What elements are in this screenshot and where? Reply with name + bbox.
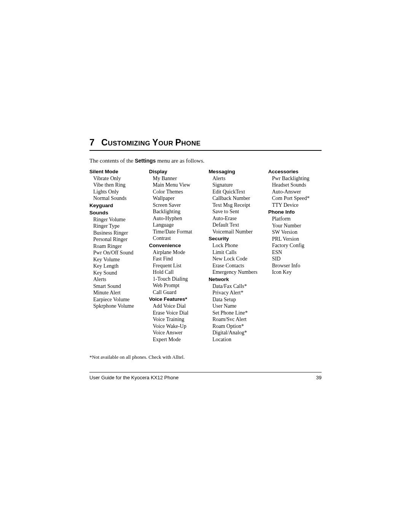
setting-item: PRL Version (268, 236, 322, 243)
settings-columns: Silent ModeVibrate OnlyVibe then RingLig… (89, 168, 322, 343)
setting-item: Privacy Alert* (209, 289, 262, 296)
setting-item: Roam Ringer (89, 243, 143, 250)
setting-item: Roam Option* (209, 323, 262, 330)
setting-item: Airplane Mode (149, 249, 202, 256)
setting-item: Vibe then Ring (89, 182, 143, 189)
setting-item: Business Ringer (89, 230, 143, 236)
setting-item: Main Menu View (149, 182, 202, 189)
setting-item: Voice Training (149, 316, 202, 323)
setting-item: Auto-Hyphen (149, 215, 202, 222)
setting-item: Fast Find (149, 256, 202, 262)
setting-item: Vibrate Only (89, 175, 143, 182)
setting-item: Web Prompt (149, 282, 202, 289)
chapter-number: 7 (89, 137, 94, 148)
section-heading: Convenience (149, 243, 202, 249)
chapter-heading: 7 CUSTOMIZING YOUR PHONE (89, 137, 322, 151)
section-heading: Display (149, 169, 202, 175)
setting-item: Callback Number (209, 195, 262, 202)
setting-item: Roam/Svc Alert (209, 316, 262, 323)
section-heading: Phone Info (268, 209, 322, 216)
setting-item: 1-Touch Dialing (149, 276, 202, 283)
setting-item: Key Length (89, 263, 143, 270)
setting-item: Lights Only (89, 189, 143, 195)
settings-column: Silent ModeVibrate OnlyVibe then RingLig… (89, 168, 143, 343)
section-heading: Sounds (89, 210, 143, 216)
setting-item: Ringer Type (89, 223, 143, 230)
section-heading: Network (209, 276, 262, 283)
section-heading: Voice Features* (149, 296, 202, 303)
setting-item: Pwr Backlighting (268, 175, 322, 182)
setting-item: Wallpaper (149, 195, 202, 202)
setting-item: Alerts (89, 276, 143, 283)
setting-item: My Banner (149, 175, 202, 182)
setting-item: Normal Sounds (89, 195, 143, 202)
setting-item: Smart Sound (89, 283, 143, 290)
chapter-title: CUSTOMIZING YOUR PHONE (101, 137, 201, 148)
setting-item: Voicemail Number (209, 228, 262, 235)
setting-item: Headset Sounds (268, 182, 322, 189)
setting-item: Voice Answer (149, 329, 202, 336)
setting-item: Screen Saver (149, 202, 202, 209)
setting-item: Earpiece Volume (89, 296, 143, 303)
setting-item: Emergency Numbers (209, 269, 262, 276)
setting-item: Expert Mode (149, 336, 202, 343)
setting-item: ESN (268, 249, 322, 256)
setting-item: Hold Call (149, 269, 202, 276)
settings-column: MessagingAlertsSignatureEdit QuickTextCa… (209, 168, 262, 343)
setting-item: Digital/Analog* (209, 329, 262, 336)
setting-item: Frequent List (149, 262, 202, 269)
settings-column: AccessoriesPwr BacklightingHeadset Sound… (268, 168, 322, 343)
setting-item: Key Volume (89, 256, 143, 263)
setting-item: Default Text (209, 222, 262, 228)
setting-item: Call Guard (149, 289, 202, 296)
setting-item: Icon Key (268, 269, 322, 276)
setting-item: Set Phone Line* (209, 310, 262, 316)
setting-item: Pwr On/Off Sound (89, 249, 143, 256)
section-heading: Keyguard (89, 203, 143, 209)
setting-item: TTY Device (268, 202, 322, 209)
setting-item: Time/Date Format (149, 228, 202, 235)
setting-item: Backlighting (149, 208, 202, 215)
section-heading: Messaging (209, 169, 262, 175)
setting-item: Erase Voice Dial (149, 310, 202, 316)
setting-item: Ringer Volume (89, 216, 143, 223)
footnote: *Not available on all phones. Check with… (89, 354, 322, 360)
setting-item: Erase Contacts (209, 262, 262, 269)
setting-item: SID (268, 256, 322, 262)
setting-item: Save to Sent (209, 208, 262, 215)
page-footer: User Guide for the Kyocera KX12 Phone 39 (89, 372, 322, 380)
section-heading: Accessories (268, 169, 322, 175)
intro-text: The contents of the Settings menu are as… (89, 158, 322, 164)
setting-item: Auto-Erase (209, 215, 262, 222)
setting-item: Lock Phone (209, 242, 262, 249)
setting-item: Contrast (149, 235, 202, 242)
setting-item: Key Sound (89, 270, 143, 276)
setting-item: Voice Wake-Up (149, 323, 202, 330)
setting-item: Auto-Answer (268, 189, 322, 195)
setting-item: Data/Fax Calls* (209, 283, 262, 290)
setting-item: Edit QuickText (209, 189, 262, 195)
setting-item: Color Themes (149, 189, 202, 195)
setting-item: Your Number (268, 222, 322, 229)
setting-item: Text Msg Receipt (209, 202, 262, 209)
setting-item: User Name (209, 303, 262, 310)
setting-item: Language (149, 222, 202, 228)
setting-item: Factory Config (268, 242, 322, 249)
setting-item: Add Voice Dial (149, 303, 202, 310)
setting-item: Com Port Speed* (268, 195, 322, 202)
section-heading: Silent Mode (89, 169, 143, 175)
section-heading: Security (209, 236, 262, 242)
setting-item: Minute Alert (89, 289, 143, 296)
setting-item: Limit Calls (209, 249, 262, 256)
setting-item: Platform (268, 216, 322, 222)
setting-item: Data Setup (209, 296, 262, 303)
setting-item: New Lock Code (209, 256, 262, 262)
settings-column: DisplayMy BannerMain Menu ViewColor Them… (149, 168, 202, 343)
setting-item: Browser Info (268, 262, 322, 269)
setting-item: SW Version (268, 229, 322, 236)
setting-item: Location (209, 336, 262, 343)
footer-page-number: 39 (316, 375, 322, 380)
page-content: 7 CUSTOMIZING YOUR PHONE The contents of… (89, 137, 322, 360)
setting-item: Alerts (209, 175, 262, 182)
footer-left: User Guide for the Kyocera KX12 Phone (89, 375, 178, 380)
